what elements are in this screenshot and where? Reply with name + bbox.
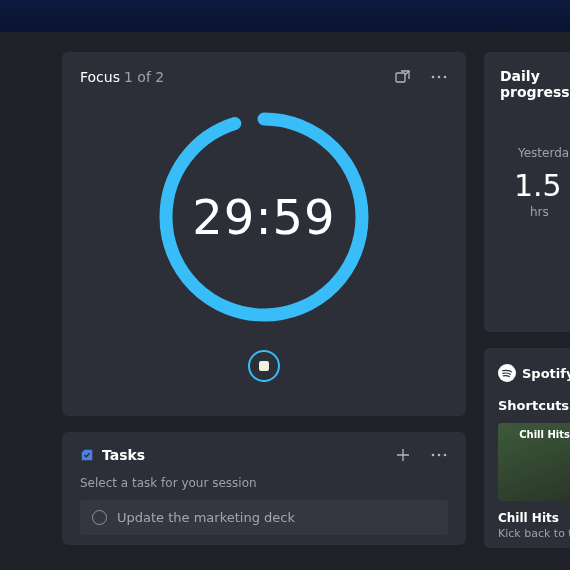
spotify-brand: Spotify xyxy=(522,366,570,381)
svg-point-6 xyxy=(438,454,441,457)
popout-icon[interactable] xyxy=(394,68,412,86)
svg-point-3 xyxy=(444,76,447,79)
window-titlebar xyxy=(0,0,570,32)
focus-card: Focus1 of 2 29:59 xyxy=(62,52,466,416)
daily-progress-label: Yesterday xyxy=(500,146,570,160)
stop-button[interactable] xyxy=(248,350,280,382)
daily-progress-unit: hrs xyxy=(500,205,570,219)
timer-ring: 29:59 xyxy=(155,108,373,326)
spotify-section: Shortcuts xyxy=(498,398,570,413)
focus-title: Focus1 of 2 xyxy=(80,69,164,85)
svg-rect-0 xyxy=(396,73,405,82)
spotify-card: Spotify Shortcuts Chill Hits Chill Hits … xyxy=(484,348,570,548)
tasks-subtitle: Select a task for your session xyxy=(80,476,448,490)
tasks-title: Tasks xyxy=(102,447,145,463)
tasks-more-icon[interactable] xyxy=(430,446,448,464)
svg-point-5 xyxy=(432,454,435,457)
more-icon[interactable] xyxy=(430,68,448,86)
task-row[interactable]: Update the marketing deck xyxy=(80,500,448,535)
daily-progress-card: Daily progress Yesterday 1.5 hrs xyxy=(484,52,570,332)
svg-point-1 xyxy=(432,76,435,79)
tasks-card: Tasks Select a task for your session Upd… xyxy=(62,432,466,545)
stop-icon xyxy=(259,361,269,371)
daily-progress-title: Daily progress xyxy=(500,68,570,100)
timer-display: 29:59 xyxy=(155,108,373,326)
album-subtitle: Kick back to t xyxy=(498,527,570,540)
task-checkbox-icon[interactable] xyxy=(92,510,107,525)
album-art[interactable]: Chill Hits xyxy=(498,423,570,501)
tasks-icon xyxy=(80,448,94,462)
spotify-icon xyxy=(498,364,516,382)
album-title: Chill Hits xyxy=(498,511,570,525)
add-task-icon[interactable] xyxy=(394,446,412,464)
svg-point-7 xyxy=(444,454,447,457)
task-label: Update the marketing deck xyxy=(117,510,295,525)
svg-point-2 xyxy=(438,76,441,79)
daily-progress-value: 1.5 xyxy=(500,168,570,203)
